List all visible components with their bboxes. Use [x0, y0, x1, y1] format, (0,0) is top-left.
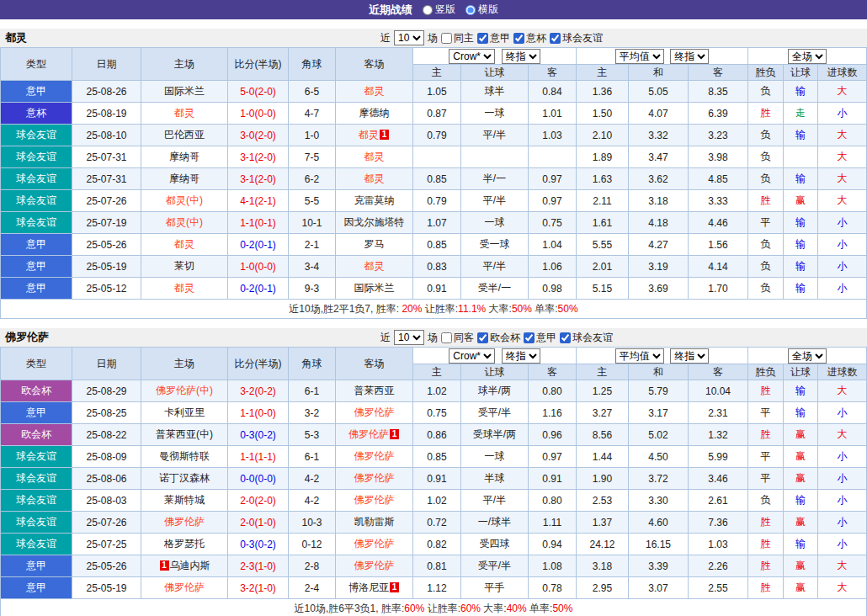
- result-handicap: 输: [784, 380, 818, 402]
- header-avg-home: 主: [577, 65, 629, 81]
- match-date: 25-05-26: [72, 234, 141, 256]
- odds-away: 1.04: [529, 234, 577, 256]
- same-venue-checkbox[interactable]: [441, 332, 452, 343]
- odds-handicap: [461, 146, 529, 168]
- scope-select[interactable]: 全场: [788, 49, 827, 64]
- match-row: 意甲25-05-26都灵0-2(0-1)2-1罗马0.85受一球1.045.55…: [1, 234, 867, 256]
- match-score: 3-2(0-2): [228, 380, 289, 402]
- avg-away: 4.14: [689, 256, 748, 278]
- horizontal-radio-input[interactable]: [465, 5, 476, 15]
- result-outcome: 胜: [748, 512, 784, 534]
- avg-period-select[interactable]: 终指: [670, 348, 709, 364]
- avg-company-select[interactable]: 平均值: [615, 49, 664, 64]
- odds-company-select[interactable]: Crow*: [449, 348, 495, 364]
- same-venue-filter[interactable]: 同主: [441, 31, 474, 45]
- match-type-badge: 球会友谊: [1, 212, 72, 234]
- odds-home: 0.79: [413, 190, 461, 212]
- league-filter-2[interactable]: 意甲: [524, 331, 556, 345]
- league-checkbox[interactable]: [560, 332, 571, 343]
- league-filter-3[interactable]: 球会友谊: [550, 31, 603, 45]
- avg-dropdown-cell: 平均值 终指: [577, 48, 748, 65]
- header-home: 主场: [141, 48, 228, 81]
- result-goals: 小: [818, 256, 867, 278]
- odds-away: 1.01: [529, 103, 577, 125]
- avg-draw: 5.05: [629, 81, 689, 103]
- league-checkbox[interactable]: [550, 33, 561, 44]
- odds-away: 0.75: [529, 212, 577, 234]
- home-team: 都灵: [141, 278, 228, 300]
- header-avg-draw: 和: [629, 364, 689, 380]
- match-date: 25-07-26: [72, 512, 141, 534]
- results-table: 类型 日期 主场 比分(半场) 角球 客场 Crow* 终指 平均值 终指: [0, 347, 867, 616]
- home-team-label: 都灵(中): [166, 194, 203, 206]
- away-team-label: 普莱西亚: [354, 385, 395, 396]
- league-checkbox[interactable]: [477, 33, 488, 44]
- match-score: 1-0(0-0): [228, 103, 289, 125]
- league-filter-3[interactable]: 球会友谊: [560, 331, 613, 345]
- summary-text: 让胜率:: [425, 303, 458, 315]
- result-outcome: 平: [748, 212, 784, 234]
- home-team: 国际米兰: [141, 81, 228, 103]
- league-filter-1[interactable]: 欧会杯: [477, 331, 520, 345]
- match-score: 5-0(2-0): [228, 81, 289, 103]
- league-checkbox[interactable]: [477, 332, 488, 343]
- result-outcome: 负: [748, 81, 784, 103]
- layout-radio-horizontal[interactable]: 横版: [465, 3, 498, 17]
- match-type-badge: 欧会杯: [1, 380, 72, 402]
- header-odds-handicap: 让球: [461, 364, 529, 380]
- home-team-label: 都灵(中): [166, 216, 203, 228]
- match-score: 2-0(2-0): [228, 490, 289, 512]
- home-team-label: 佛罗伦萨: [164, 516, 205, 528]
- odds-handicap: 球半: [461, 81, 529, 103]
- league-checkbox[interactable]: [513, 33, 524, 44]
- match-date: 25-08-26: [72, 81, 141, 103]
- scope-select[interactable]: 全场: [788, 348, 827, 364]
- away-team-label: 佛罗伦萨: [354, 560, 395, 571]
- odds-away: 0.84: [529, 81, 577, 103]
- league-label: 意甲: [536, 331, 556, 345]
- header-corner: 角球: [289, 348, 336, 380]
- match-row: 意甲25-05-19佛罗伦萨3-2(1-0)2-4博洛尼亚11.12平手0.78…: [1, 577, 867, 599]
- odds-company-select[interactable]: Crow*: [449, 49, 495, 64]
- match-count-select[interactable]: 10: [394, 330, 424, 345]
- summary-text: 胜率:: [376, 303, 402, 315]
- avg-draw: 3.32: [629, 125, 689, 146]
- home-team-label: 莱切: [174, 260, 194, 272]
- same-venue-checkbox[interactable]: [441, 33, 452, 44]
- match-type-badge: 球会友谊: [1, 190, 72, 212]
- avg-period-select[interactable]: 终指: [670, 49, 709, 64]
- odds-away: 1.11: [529, 512, 577, 534]
- match-date: 25-08-19: [72, 103, 141, 125]
- summary-value: 50%: [558, 303, 578, 315]
- league-checkbox[interactable]: [524, 332, 535, 343]
- match-count-select[interactable]: 10: [394, 30, 424, 45]
- home-team: 1乌迪内斯: [141, 555, 228, 577]
- avg-draw: 3.18: [629, 190, 689, 212]
- avg-away: 10.04: [689, 380, 748, 402]
- avg-company-select[interactable]: 平均值: [615, 348, 664, 364]
- result-outcome: 胜: [748, 555, 784, 577]
- odds-away: 0.78: [529, 577, 577, 599]
- odds-period-select[interactable]: 终指: [502, 348, 540, 364]
- league-filter-2[interactable]: 意杯: [513, 31, 546, 45]
- home-team-label: 国际米兰: [164, 85, 205, 97]
- avg-draw: 5.02: [629, 424, 689, 446]
- result-goals: 小: [818, 212, 867, 234]
- red-card-badge: 1: [380, 130, 389, 140]
- league-filter-1[interactable]: 意甲: [477, 31, 510, 45]
- home-team: 佛罗伦萨: [141, 577, 228, 599]
- result-handicap: 输: [784, 125, 818, 146]
- results-table: 类型 日期 主场 比分(半场) 角球 客场 Crow* 终指 平均值 终指: [0, 47, 867, 319]
- layout-radio-vertical[interactable]: 竖版: [423, 3, 455, 17]
- away-team-label: 都灵: [364, 173, 385, 184]
- result-outcome: 胜: [748, 577, 784, 599]
- red-card-badge: 1: [390, 582, 399, 592]
- match-score: 3-0(2-0): [228, 125, 289, 146]
- odds-period-select[interactable]: 终指: [502, 49, 540, 64]
- vertical-radio-input[interactable]: [423, 5, 433, 15]
- same-venue-filter[interactable]: 同客: [441, 331, 474, 345]
- header-away: 客场: [336, 48, 413, 81]
- result-outcome: 平: [748, 446, 784, 468]
- home-team-label: 摩纳哥: [169, 151, 199, 162]
- match-type-badge: 意甲: [1, 234, 72, 256]
